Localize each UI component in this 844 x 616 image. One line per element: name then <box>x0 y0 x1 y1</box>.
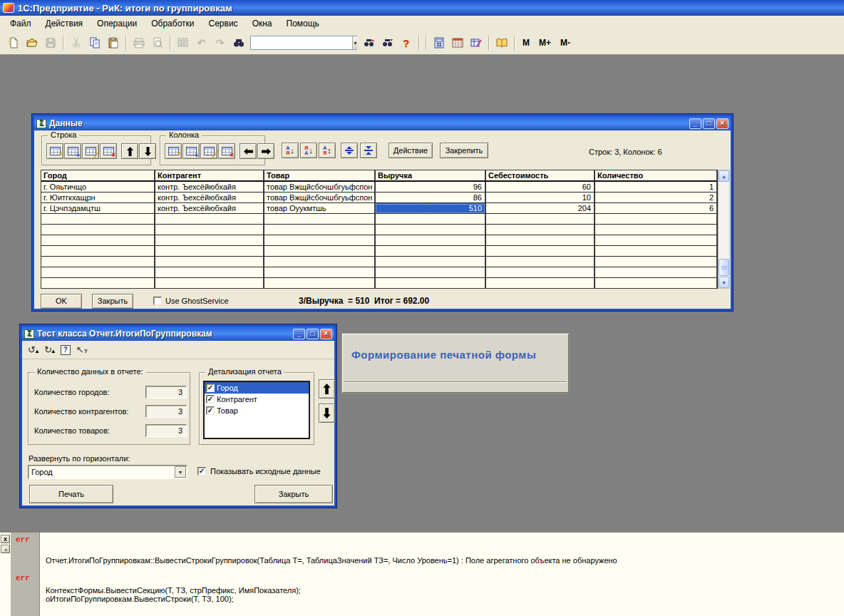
find-previous-icon[interactable] <box>379 34 396 51</box>
cell-revenue[interactable]: 96 <box>375 182 485 192</box>
data-table[interactable]: Город Контрагент Товар Выручка Себестоим… <box>41 170 718 289</box>
checked-checkbox[interactable]: ✓ <box>206 406 215 415</box>
sort-custom-button[interactable]: АЯ↕ <box>319 143 336 158</box>
data-window-titlebar[interactable]: Σ Данные _ □ × <box>34 116 731 130</box>
menu-help[interactable]: Помощь <box>279 16 326 31</box>
scroll-down-icon[interactable]: ▼ <box>719 277 729 288</box>
chevron-down-icon[interactable]: ▼ <box>352 36 358 49</box>
search-combobox[interactable]: ▼ <box>250 36 357 50</box>
find-icon[interactable] <box>230 34 247 51</box>
move-row-down-button[interactable] <box>139 143 156 159</box>
update-report-icon[interactable]: ↻▴ <box>44 345 55 354</box>
methods-book-icon[interactable] <box>493 34 510 51</box>
cell-contractor[interactable]: контр. Ъехсёйюбхайя <box>155 203 264 214</box>
calculator-icon[interactable] <box>430 34 448 51</box>
edit-row-button[interactable]: ╱ <box>82 143 99 159</box>
insert-column-button[interactable]: * <box>165 143 182 159</box>
products-count-field[interactable]: 3 <box>145 424 187 437</box>
empty-table-row[interactable] <box>41 225 717 235</box>
cities-count-field[interactable]: 3 <box>145 386 187 399</box>
move-item-down-button[interactable] <box>319 404 335 423</box>
column-header-revenue[interactable]: Выручка <box>375 170 485 182</box>
column-header-product[interactable]: Товар <box>264 170 375 182</box>
menu-file[interactable]: Файл <box>3 16 38 31</box>
sort-ascending-button[interactable]: АЯ↓ <box>282 143 299 158</box>
table-row[interactable]: г. Цэчпэдамцтш контр. Ъехсёйюбхайя товар… <box>41 203 717 214</box>
add-row-button[interactable]: + <box>64 143 81 159</box>
add-column-button[interactable]: + <box>182 143 200 159</box>
help-icon[interactable]: ? <box>397 34 415 51</box>
scrollbar-thumb[interactable] <box>719 259 729 276</box>
selected-cell-revenue[interactable]: 510 <box>375 203 485 214</box>
move-column-right-button[interactable] <box>257 143 274 159</box>
list-item-contractor[interactable]: ✓ Контрагент <box>205 394 309 405</box>
move-item-up-button[interactable] <box>319 379 335 399</box>
cell-cost[interactable]: 204 <box>485 203 595 214</box>
help-icon[interactable]: ? <box>61 345 71 355</box>
empty-table-row[interactable] <box>41 257 717 267</box>
edit-column-button[interactable]: ╱ <box>200 143 217 159</box>
ghost-service-checkbox[interactable] <box>153 297 162 305</box>
cell-contractor[interactable]: контр. Ъехсёйюбхайя <box>155 192 264 203</box>
vertical-scrollbar[interactable]: ▲ ▼ <box>718 170 730 289</box>
menu-processing[interactable]: Обработки <box>144 16 201 31</box>
delete-column-button[interactable]: × <box>218 143 235 159</box>
menu-actions[interactable]: Действия <box>38 16 91 31</box>
move-column-left-button[interactable] <box>240 143 257 159</box>
empty-table-row[interactable] <box>41 278 717 289</box>
main-titlebar[interactable]: 1С:Предприятие - РиК: итоги по группиров… <box>0 0 844 16</box>
context-help-icon[interactable]: ↖? <box>76 345 88 354</box>
cell-city[interactable]: г. Юитгкхащрн <box>41 192 155 203</box>
empty-table-row[interactable] <box>41 267 717 278</box>
refresh-data-icon[interactable]: ↺▴ <box>28 345 38 354</box>
ok-button[interactable]: OK <box>41 294 82 309</box>
action-button[interactable]: Действие <box>388 143 433 158</box>
maximize-button[interactable]: □ <box>307 329 319 339</box>
checked-checkbox[interactable]: ✓ <box>206 384 215 392</box>
collapse-groups-button[interactable] <box>360 143 377 158</box>
cell-product[interactable]: товар Оуукмтшь <box>264 203 375 214</box>
test-window-titlebar[interactable]: Σ Тест класса Отчет.ИтогиПоГруппировкам … <box>22 327 334 341</box>
table-row[interactable]: г. Ояьтичщо контр. Ъехсёйюбхайя товар Вж… <box>41 182 717 192</box>
paste-icon[interactable] <box>104 34 122 51</box>
find-next-icon[interactable] <box>360 34 378 51</box>
cell-revenue[interactable]: 86 <box>375 192 485 203</box>
close-data-button[interactable]: Закрыть <box>92 294 133 309</box>
empty-table-row[interactable] <box>41 214 717 225</box>
sort-descending-button[interactable]: ЯА↓ <box>300 143 317 158</box>
cell-city[interactable]: г. Ояьтичщо <box>41 182 155 192</box>
cell-cost[interactable]: 60 <box>485 182 595 192</box>
chevron-down-icon[interactable]: ▼ <box>175 466 186 478</box>
delete-row-button[interactable]: × <box>100 143 117 159</box>
column-header-city[interactable]: Город <box>41 170 155 182</box>
menu-operations[interactable]: Операции <box>90 16 144 31</box>
close-button[interactable]: × <box>716 118 729 129</box>
new-document-icon[interactable] <box>4 34 22 51</box>
close-error-panel-button[interactable]: x <box>1 535 10 543</box>
menu-service[interactable]: Сервис <box>202 16 245 31</box>
list-item-product[interactable]: ✓ Товар <box>205 405 309 416</box>
menu-windows[interactable]: Окна <box>245 16 279 31</box>
print-button[interactable]: Печать <box>29 485 113 503</box>
empty-table-row[interactable] <box>41 235 717 246</box>
copy-icon[interactable] <box>86 34 103 51</box>
cell-product[interactable]: товар Вжщйсбочшбгуьфспон <box>264 182 375 192</box>
checked-checkbox[interactable]: ✓ <box>206 395 215 404</box>
table-row[interactable]: г. Юитгкхащрн контр. Ъехсёйюбхайя товар … <box>41 192 717 203</box>
memory-recall-button[interactable]: M <box>518 36 534 49</box>
cell-quantity[interactable]: 1 <box>595 182 717 192</box>
memory-subtract-button[interactable]: M- <box>556 36 575 49</box>
memory-add-button[interactable]: M+ <box>535 36 555 49</box>
minimize-button[interactable]: _ <box>689 118 701 129</box>
pin-button[interactable]: Закрепить <box>440 143 488 158</box>
close-button[interactable]: × <box>320 329 332 339</box>
maximize-button[interactable]: □ <box>703 118 715 129</box>
list-item-city[interactable]: ✓ Город <box>205 382 309 394</box>
cell-city[interactable]: г. Цэчпэдамцтш <box>41 203 155 214</box>
open-icon[interactable] <box>23 34 41 51</box>
search-input[interactable] <box>251 37 352 48</box>
close-test-button[interactable]: Закрыть <box>254 485 333 503</box>
contractors-count-field[interactable]: 3 <box>145 405 187 418</box>
cell-cost[interactable]: 10 <box>485 192 595 203</box>
cell-contractor[interactable]: контр. Ъехсёйюбхайя <box>155 182 264 192</box>
